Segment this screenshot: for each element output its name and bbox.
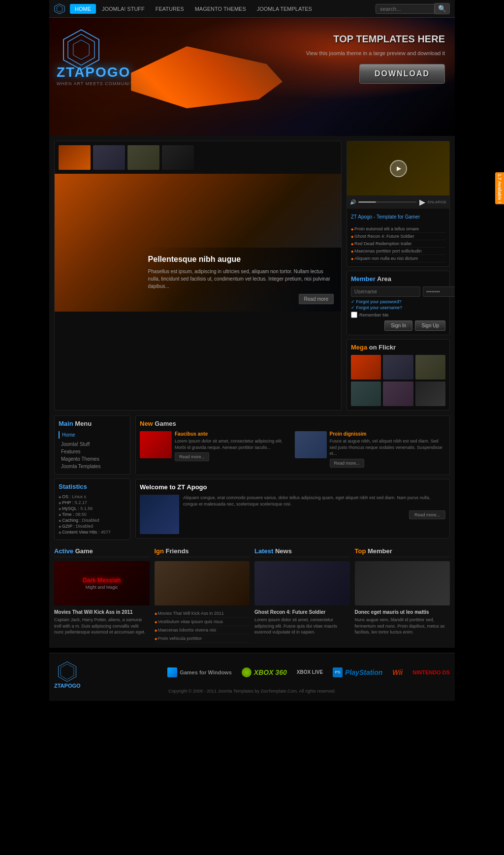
statistics-section: Statistics OS : Linux s PHP : 5.2.17 MyS… <box>54 478 130 540</box>
content-row: Pellentesque nibh augue Phasellus est ip… <box>54 141 450 411</box>
download-button[interactable]: DOWNLOAD <box>359 64 445 84</box>
sign-in-button[interactable]: Sign In <box>384 320 412 331</box>
mid-column: New Games Faucibus ante Lorem ipsum dolo… <box>135 415 450 540</box>
thumb-1[interactable] <box>59 145 91 170</box>
sign-up-button[interactable]: Sign Up <box>415 320 445 331</box>
stat-time: Time : 08:50 <box>59 512 126 517</box>
menu-item-magento[interactable]: Magento Themes <box>59 455 126 463</box>
ign-link-3[interactable]: Maecenas lobortis viverra nisi <box>155 626 250 634</box>
progress-bar[interactable] <box>358 201 417 203</box>
game-thumb-1[interactable] <box>140 431 172 458</box>
forgot-password-link[interactable]: Forgot your password? <box>351 299 445 304</box>
menu-item-joomla[interactable]: Joomla! Stuff <box>59 441 126 448</box>
video-title: ZT Apogo - Template for Gamer <box>347 209 449 223</box>
nav-features[interactable]: FEATURES <box>151 4 189 14</box>
flickr-thumb-2[interactable] <box>383 355 413 380</box>
top-member-col: Top Member Donec eget mauris ut leo matt… <box>355 547 450 643</box>
bottom-four-cols: Active Game Dark Messiah Might and Magic… <box>54 547 450 643</box>
thumb-2[interactable] <box>93 145 125 170</box>
nds-logo: NINTENDO DS <box>412 669 450 675</box>
thumb-4[interactable] <box>162 145 194 170</box>
nav-magento[interactable]: MAGENTO THEMES <box>190 4 251 14</box>
windows-label: Games for Windows <box>180 669 232 675</box>
stats-title: Statistics <box>59 483 126 490</box>
video-link-item[interactable]: Aliquam non nulla eu nisi dictum <box>351 255 445 262</box>
menu-item-features[interactable]: Features <box>59 448 126 455</box>
video-controls: 🔊 ▶ ENLARGE <box>347 195 449 209</box>
hero-section: ZTAPOGO WHEN ART MEETS COMMUNITY TOP TEM… <box>49 18 455 136</box>
footer-logo: ZTAPOGO <box>54 661 81 689</box>
video-link-item[interactable]: Ghost Recon 4: Future Soldier <box>351 233 445 240</box>
search-input[interactable] <box>376 4 435 14</box>
footer-site-name: ZTAPOGO <box>54 683 81 689</box>
game-readmore-1[interactable]: Read more... <box>175 452 209 461</box>
thumb-3[interactable] <box>127 145 159 170</box>
site-logo-icon <box>54 3 65 14</box>
forgot-username-link[interactable]: Forgot your username? <box>351 305 445 310</box>
latest-news-image <box>254 561 350 605</box>
username-input[interactable] <box>351 286 420 297</box>
stat-mysql: MySQL : 5.1.56 <box>59 506 126 511</box>
video-link[interactable]: ZT Apogo - Template for Gamer <box>351 214 420 220</box>
active-game-title: Active Game <box>54 547 150 557</box>
play-button[interactable] <box>390 160 407 177</box>
video-link-item[interactable]: Maecenas porttitor port sollicitudin <box>351 248 445 255</box>
welcome-section: Welcome to ZT Apogo Aliquam congue, erat… <box>135 479 450 538</box>
flickr-thumb-5[interactable] <box>383 381 413 406</box>
volume-icon[interactable]: 🔊 <box>350 199 356 205</box>
top-member-item-title: Donec eget mauris ut leo mattis <box>355 609 450 615</box>
flickr-section: Mega on Flickr <box>346 339 450 411</box>
nav-search: 🔍 <box>376 3 450 14</box>
game-readmore-2[interactable]: Read more... <box>330 459 364 468</box>
active-game-image[interactable]: Dark Messiah Might and Magic <box>54 561 150 605</box>
flickr-title: Mega on Flickr <box>351 344 445 351</box>
menu-item-home[interactable]: Home <box>59 431 126 439</box>
xbox360-label: XBOX 360 <box>254 668 287 676</box>
latest-news-col: Latest News Ghost Recon 4: Future Soldie… <box>254 547 350 643</box>
nav-joomla[interactable]: JOOMLA! STUFF <box>97 4 150 14</box>
ign-link-2[interactable]: Vestibulum vitae ipsum quis risus <box>155 618 250 626</box>
nav-links: HOME JOOMLA! STUFF FEATURES MAGENTO THEM… <box>70 4 317 14</box>
playstation-logo: PS PlayStation <box>333 667 382 677</box>
flickr-thumb-4[interactable] <box>351 381 381 406</box>
svg-marker-1 <box>57 5 62 12</box>
game-name-text: Dark Messiah <box>83 577 121 584</box>
password-input[interactable] <box>423 286 455 297</box>
menu-title: Main Menu <box>59 420 126 427</box>
top-member-image <box>355 561 450 605</box>
flickr-thumb-3[interactable] <box>415 355 445 380</box>
game-thumb-2[interactable] <box>295 431 327 458</box>
video-link-item[interactable]: Red Dead Redemption trailer <box>351 240 445 248</box>
left-column: Main Menu Home Joomla! Stuff Features Ma… <box>54 415 130 540</box>
windows-icon <box>167 667 177 677</box>
footer-copyright: Copyright © 2008 - 2011 Joomla Templates… <box>54 689 450 694</box>
featured-read-more[interactable]: Read more <box>299 294 334 304</box>
xboxlive-label: XBOX LIVE <box>297 669 323 675</box>
games-grid: Faucibus ante Lorem ipsum dolor sit amet… <box>140 431 445 468</box>
enlarge-button[interactable]: ENLARGE <box>428 200 446 204</box>
play-icon[interactable]: ▶ <box>419 197 425 207</box>
ign-link-1[interactable]: Movies That Will Kick Ass in 2011 <box>155 609 250 618</box>
video-thumbnail[interactable] <box>347 141 449 195</box>
ign-link-4[interactable]: Proin vehicula porttitor <box>155 634 250 643</box>
ign-friends-title: Ign Friends <box>155 547 250 557</box>
footer-bottom: ZTAPOGO Games for Windows XBOX 360 XBOX … <box>54 661 450 689</box>
welcome-inner: Aliquam congue, erat commodo posuere var… <box>140 495 445 534</box>
search-button[interactable]: 🔍 <box>435 3 450 14</box>
flickr-thumb-1[interactable] <box>351 355 381 380</box>
new-games-section: New Games Faucibus ante Lorem ipsum dolo… <box>135 415 450 475</box>
active-game-item-text: Captain Jack, Harry Potter, aliens, a sa… <box>54 617 150 635</box>
playstation-label: PlayStation <box>345 668 382 676</box>
main-menu: Main Menu Home Joomla! Stuff Features Ma… <box>54 415 130 475</box>
stat-hits: Content View Hits : 4577 <box>59 530 126 535</box>
welcome-readmore[interactable]: Read more... <box>409 510 445 519</box>
menu-item-joomla-templates[interactable]: Joomla Templates <box>59 463 126 470</box>
nav-joomla-templates[interactable]: JOOMLA TEMPLATES <box>252 4 317 14</box>
nav-home[interactable]: HOME <box>70 4 96 14</box>
remember-checkbox[interactable] <box>351 312 357 318</box>
active-game-item-title: Movies That Will Kick Ass in 2011 <box>54 609 150 615</box>
xboxlive-logo: XBOX LIVE <box>297 669 323 675</box>
video-links: Proin euismod elit a tellus ornare Ghost… <box>347 223 449 266</box>
video-link-item[interactable]: Proin euismod elit a tellus ornare <box>351 225 445 233</box>
flickr-thumb-6[interactable] <box>415 381 445 406</box>
